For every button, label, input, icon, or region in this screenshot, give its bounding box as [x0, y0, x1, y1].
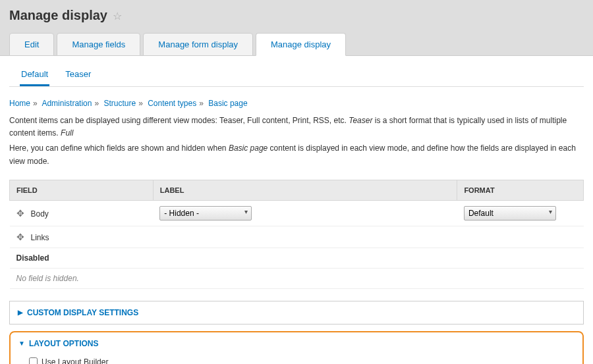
field-body-label: Body	[31, 209, 49, 219]
subtab-default[interactable]: Default	[20, 65, 49, 86]
drag-handle-icon[interactable]: ✥	[16, 232, 31, 242]
chevron-down-icon: ▼	[18, 340, 25, 347]
chevron-right-icon: ▶	[18, 309, 23, 316]
body-format-select[interactable]: Default	[464, 206, 556, 221]
crumb-basic-page[interactable]: Basic page	[208, 99, 247, 108]
layout-options-toggle[interactable]: ▼ LAYOUT OPTIONS	[11, 332, 582, 355]
use-layout-builder-checkbox[interactable]	[29, 357, 38, 364]
table-row: ✥Body - Hidden - Default	[10, 200, 584, 226]
crumb-content-types[interactable]: Content types	[148, 99, 196, 108]
custom-display-settings-toggle[interactable]: ▶ CUSTOM DISPLAY SETTINGS	[10, 301, 583, 324]
page-title: Manage display	[9, 8, 107, 23]
primary-tabs: Edit Manage fields Manage form display M…	[9, 32, 584, 55]
star-icon[interactable]: ☆	[113, 10, 122, 22]
table-row: ✥Links	[10, 226, 584, 247]
tab-edit[interactable]: Edit	[9, 33, 54, 56]
fields-table: FIELD LABEL FORMAT ✥Body - Hidden -	[9, 180, 584, 289]
tab-manage-fields[interactable]: Manage fields	[57, 33, 140, 56]
tab-manage-display[interactable]: Manage display	[256, 33, 346, 56]
crumb-admin[interactable]: Administration	[42, 99, 92, 108]
description-line-1: Content items can be displayed using dif…	[9, 115, 584, 140]
layout-options-panel: ▼ LAYOUT OPTIONS Use Layout Builder	[9, 331, 584, 364]
drag-handle-icon[interactable]: ✥	[16, 208, 31, 219]
no-hidden-row: No field is hidden.	[10, 268, 584, 288]
crumb-structure[interactable]: Structure	[103, 99, 136, 108]
secondary-tabs: Default Teaser	[9, 63, 584, 87]
crumb-home[interactable]: Home	[9, 99, 30, 108]
field-links-label: Links	[31, 233, 49, 242]
breadcrumb: Home» Administration» Structure» Content…	[9, 99, 584, 108]
col-label: LABEL	[153, 180, 457, 200]
subtab-teaser[interactable]: Teaser	[64, 65, 92, 86]
col-format: FORMAT	[457, 180, 584, 200]
col-field: FIELD	[10, 180, 154, 200]
tab-manage-form-display[interactable]: Manage form display	[143, 33, 253, 56]
body-label-select[interactable]: - Hidden -	[159, 206, 252, 221]
use-layout-builder-label[interactable]: Use Layout Builder	[42, 357, 108, 364]
header-bar: Manage display ☆ Edit Manage fields Mana…	[0, 0, 593, 56]
custom-display-settings-panel: ▶ CUSTOM DISPLAY SETTINGS	[9, 301, 584, 325]
disabled-header-row: Disabled	[10, 247, 584, 268]
description-line-2: Here, you can define which fields are sh…	[9, 142, 584, 167]
